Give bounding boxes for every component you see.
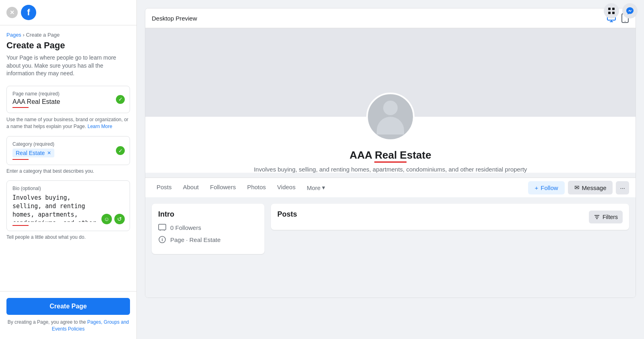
intro-column: Intro 0 Followers	[152, 204, 264, 254]
svg-rect-3	[612, 12, 615, 14]
followers-icon	[158, 223, 166, 232]
category-item: i Page · Real Estate	[158, 236, 258, 244]
intro-card: Intro 0 Followers	[152, 204, 264, 254]
posts-header: Posts Filters	[277, 210, 623, 223]
category-label: Category (required)	[12, 141, 124, 147]
top-bar	[597, 0, 644, 22]
grid-menu-button[interactable]	[604, 3, 619, 19]
category-underline	[12, 159, 29, 160]
category-hint: Enter a category that best describes you…	[6, 168, 130, 174]
breadcrumb-pages-link[interactable]: Pages	[6, 32, 21, 38]
category-remove-button[interactable]: ✕	[47, 150, 51, 156]
followers-item: 0 Followers	[158, 223, 258, 232]
category-info-icon: i	[158, 236, 166, 244]
avatar-body	[377, 117, 404, 134]
avatar-wrapper	[366, 93, 415, 141]
bio-field: Bio (optional) ☺ ↺	[6, 180, 130, 231]
close-button[interactable]: ✕	[6, 7, 18, 18]
page-title: Create a Page	[6, 40, 130, 51]
learn-more-link[interactable]: Learn More	[87, 124, 112, 129]
page-description: Your Page is where people go to learn mo…	[6, 54, 130, 78]
preview-title: Desktop Preview	[152, 15, 197, 22]
cover-photo	[145, 28, 636, 117]
preview-area: Desktop Preview	[137, 0, 644, 339]
nav-tab-followers[interactable]: Followers	[205, 178, 241, 197]
message-icon: ✉	[574, 184, 580, 191]
nav-tabs: Posts About Followers Photos Videos More…	[152, 178, 528, 197]
posts-column: Posts Filters	[271, 204, 629, 254]
nav-tab-about[interactable]: About	[178, 178, 204, 197]
create-page-button[interactable]: Create Page	[6, 298, 130, 315]
nav-more-button[interactable]: More ▾	[302, 178, 330, 197]
follow-icon: +	[535, 184, 538, 191]
nav-tab-posts[interactable]: Posts	[152, 178, 177, 197]
avatar-head	[383, 101, 398, 115]
message-button[interactable]: ✉ Message	[568, 181, 613, 194]
category-field: Category (required) Real Estate ✕ ✓	[6, 136, 130, 165]
nav-tab-photos[interactable]: Photos	[242, 178, 271, 197]
name-red-underline	[374, 161, 407, 163]
page-columns: Intro 0 Followers	[145, 197, 636, 260]
avatar-placeholder	[374, 101, 407, 133]
page-actions: + Follow ✉ Message ···	[528, 181, 629, 194]
pages-policy-link[interactable]: Pages,	[87, 319, 102, 325]
page-name-hint: Use the name of your business, brand or …	[6, 116, 130, 130]
category-tag[interactable]: Real Estate ✕	[12, 149, 54, 157]
svg-text:i: i	[161, 237, 163, 242]
sidebar: ✕ f Pages › Create a Page Create a Page …	[0, 0, 137, 339]
filters-icon	[594, 214, 600, 220]
svg-rect-0	[608, 8, 611, 10]
posts-title: Posts	[277, 210, 297, 219]
breadcrumb: Pages › Create a Page	[6, 32, 130, 38]
preview-container: Desktop Preview	[145, 8, 636, 298]
facebook-logo: f	[21, 5, 36, 20]
sidebar-footer: Create Page By creating a Page, you agre…	[0, 291, 136, 339]
svg-rect-1	[612, 8, 615, 10]
messenger-button[interactable]	[622, 3, 638, 19]
follow-button[interactable]: + Follow	[528, 181, 564, 194]
page-nav: Posts About Followers Photos Videos More…	[145, 178, 636, 197]
name-underline	[12, 107, 29, 108]
preview-content: AAA Real Estate Involves buying, selling…	[145, 28, 636, 298]
chevron-down-icon: ▾	[322, 184, 325, 191]
svg-rect-2	[608, 12, 611, 14]
page-name-input[interactable]	[12, 98, 124, 105]
fb-page-name: AAA Real Estate	[145, 149, 636, 163]
preview-header: Desktop Preview	[145, 8, 636, 28]
bio-emoji-button[interactable]: ☺	[101, 214, 112, 224]
posts-card: Posts Filters	[271, 204, 629, 230]
sidebar-content: Pages › Create a Page Create a Page Your…	[0, 25, 136, 291]
page-name-field: Page name (required) ✓	[6, 86, 130, 113]
bio-hint: Tell people a little about what you do.	[6, 234, 130, 240]
sidebar-header: ✕ f	[0, 0, 136, 25]
footer-terms: By creating a Page, you agree to the Pag…	[6, 319, 130, 333]
name-check-icon: ✓	[116, 95, 125, 104]
intro-title: Intro	[158, 210, 258, 219]
more-actions-button[interactable]: ···	[616, 181, 629, 194]
page-name-label: Page name (required)	[12, 91, 124, 97]
bio-icons: ☺ ↺	[101, 214, 125, 224]
filters-button[interactable]: Filters	[589, 211, 623, 223]
fb-page-bio: Involves buying, selling, and renting ho…	[145, 166, 636, 173]
bio-refresh-button[interactable]: ↺	[114, 214, 125, 224]
page-avatar	[366, 93, 415, 141]
nav-tab-videos[interactable]: Videos	[272, 178, 301, 197]
category-check-icon: ✓	[116, 146, 125, 155]
bio-underline	[12, 225, 29, 226]
bio-label: Bio (optional)	[12, 186, 124, 191]
svg-rect-9	[159, 224, 166, 230]
